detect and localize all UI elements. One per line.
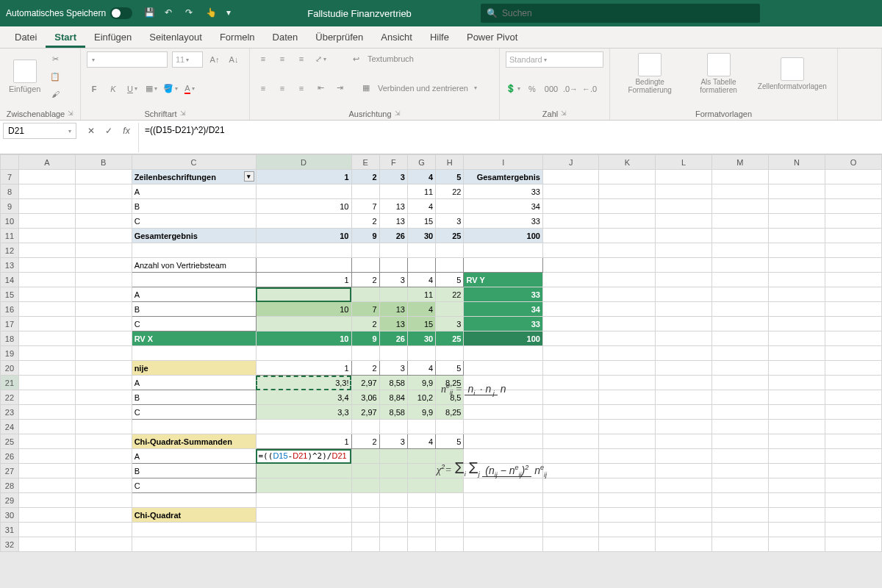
cell-O14[interactable]	[825, 273, 881, 287]
tab-daten[interactable]: Daten	[264, 27, 307, 48]
cell-H7[interactable]: 5	[436, 170, 464, 184]
cell-O17[interactable]	[825, 317, 881, 331]
row-header-14[interactable]: 14	[1, 273, 19, 287]
cell-D30[interactable]	[256, 508, 351, 523]
cell-C13[interactable]: Anzahl von Vertriebsteam	[132, 258, 256, 273]
row-header-32[interactable]: 32	[1, 537, 19, 552]
cell-L7[interactable]	[656, 170, 712, 184]
cell-A30[interactable]	[18, 508, 75, 523]
cell-N23[interactable]	[768, 405, 825, 420]
cell-M27[interactable]	[711, 464, 768, 478]
cell-M11[interactable]	[711, 229, 768, 243]
row-header-29[interactable]: 29	[1, 493, 19, 508]
cell-H9[interactable]	[436, 199, 464, 214]
cell-E24[interactable]	[351, 420, 379, 434]
cell-E19[interactable]	[351, 346, 379, 361]
col-header-J[interactable]: J	[542, 155, 599, 170]
cell-E15[interactable]	[351, 287, 379, 302]
cell-D12[interactable]	[256, 243, 351, 258]
cell-C27[interactable]: B	[132, 464, 256, 478]
row-header-31[interactable]: 31	[1, 523, 19, 537]
cell-J10[interactable]	[542, 214, 599, 229]
cell-J14[interactable]	[542, 273, 599, 287]
cancel-icon[interactable]: ✕	[84, 126, 98, 136]
cell-A26[interactable]	[18, 449, 75, 464]
paste-button[interactable]: Einfügen	[6, 58, 43, 95]
tab-formeln[interactable]: Formeln	[211, 27, 264, 48]
cell-I8[interactable]: 33	[464, 184, 542, 199]
cell-I9[interactable]: 34	[464, 199, 542, 214]
cell-K12[interactable]	[599, 243, 656, 258]
cell-E9[interactable]: 7	[351, 199, 379, 214]
cell-N8[interactable]	[768, 184, 825, 199]
cell-K22[interactable]	[599, 390, 656, 405]
select-all-corner[interactable]	[1, 155, 19, 170]
cell-E26[interactable]	[351, 449, 379, 464]
cell-J18[interactable]	[542, 331, 599, 346]
cell-L24[interactable]	[656, 420, 712, 434]
cell-E31[interactable]	[351, 523, 379, 537]
cell-H31[interactable]	[436, 523, 464, 537]
cell-I11[interactable]: 100	[464, 229, 542, 243]
col-header-K[interactable]: K	[599, 155, 656, 170]
cell-L14[interactable]	[656, 273, 712, 287]
underline-button[interactable]: U▾	[125, 82, 140, 96]
cell-L9[interactable]	[656, 199, 712, 214]
cell-A23[interactable]	[18, 405, 75, 420]
cell-L13[interactable]	[656, 258, 712, 273]
cell-G32[interactable]	[407, 537, 435, 552]
cell-H16[interactable]	[436, 302, 464, 317]
cell-D24[interactable]	[256, 420, 351, 434]
cell-I31[interactable]	[464, 523, 542, 537]
cell-F31[interactable]	[379, 523, 407, 537]
cell-L16[interactable]	[656, 302, 712, 317]
cell-J16[interactable]	[542, 302, 599, 317]
row-header-22[interactable]: 22	[1, 390, 19, 405]
cell-L18[interactable]	[656, 331, 712, 346]
cell-E16[interactable]: 7	[351, 302, 379, 317]
cell-N19[interactable]	[768, 346, 825, 361]
col-header-O[interactable]: O	[825, 155, 881, 170]
cell-C25[interactable]: Chi-Quadrat-Summanden	[132, 434, 256, 449]
cell-M15[interactable]	[711, 287, 768, 302]
cell-K25[interactable]	[599, 434, 656, 449]
cell-I7[interactable]: Gesamtergebnis	[464, 170, 542, 184]
cell-F13[interactable]	[379, 258, 407, 273]
cell-styles-button[interactable]: Zellenformatvorlagen	[755, 56, 830, 92]
cell-E23[interactable]: 2,97	[351, 405, 379, 420]
cell-K23[interactable]	[599, 405, 656, 420]
cell-F7[interactable]: 3	[379, 170, 407, 184]
cell-O30[interactable]	[825, 508, 881, 523]
cell-B30[interactable]	[75, 508, 132, 523]
cell-J9[interactable]	[542, 199, 599, 214]
col-header-B[interactable]: B	[75, 155, 132, 170]
cell-A12[interactable]	[18, 243, 75, 258]
cell-H8[interactable]: 22	[436, 184, 464, 199]
cell-N20[interactable]	[768, 361, 825, 376]
cell-C7[interactable]: Zeilenbeschriftungen	[132, 170, 256, 184]
touch-icon[interactable]: 👆	[206, 7, 218, 19]
cell-B22[interactable]	[75, 390, 132, 405]
cell-E28[interactable]	[351, 478, 379, 493]
cell-B16[interactable]	[75, 302, 132, 317]
cell-G29[interactable]	[407, 493, 435, 508]
cell-A17[interactable]	[18, 317, 75, 331]
cell-K20[interactable]	[599, 361, 656, 376]
cell-K13[interactable]	[599, 258, 656, 273]
row-header-9[interactable]: 9	[1, 199, 19, 214]
formula-input[interactable]: =((D15-D21)^2)/D21	[138, 123, 882, 152]
cell-A11[interactable]	[18, 229, 75, 243]
cell-H13[interactable]	[436, 258, 464, 273]
cell-F28[interactable]	[379, 478, 407, 493]
cell-E10[interactable]: 2	[351, 214, 379, 229]
cell-F17[interactable]: 13	[379, 317, 407, 331]
cell-L21[interactable]	[656, 376, 712, 390]
cell-B18[interactable]	[75, 331, 132, 346]
cell-H15[interactable]: 22	[436, 287, 464, 302]
cell-C21[interactable]: A	[132, 376, 256, 390]
cell-D29[interactable]	[256, 493, 351, 508]
cell-M25[interactable]	[711, 434, 768, 449]
decrease-font-icon[interactable]: A↓	[226, 52, 241, 67]
cell-E29[interactable]	[351, 493, 379, 508]
cell-O32[interactable]	[825, 537, 881, 552]
